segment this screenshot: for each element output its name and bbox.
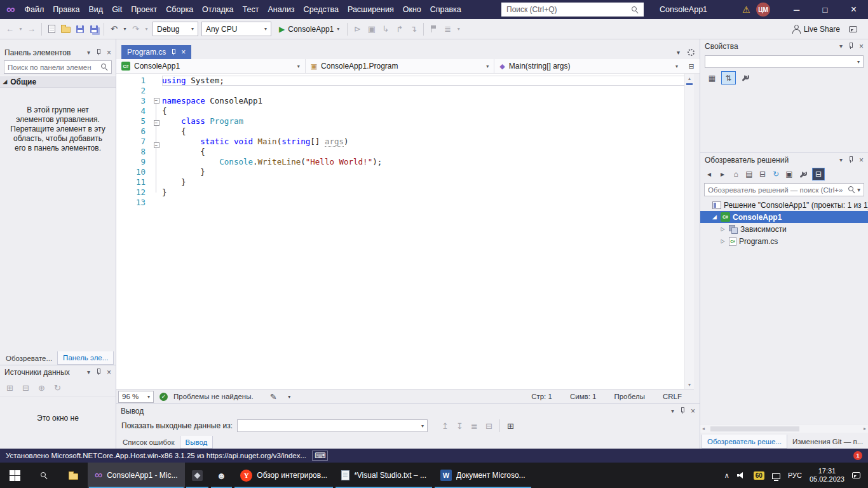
code-line[interactable] xyxy=(162,198,694,208)
taskbar-app-word[interactable]: WДокумент Microso... xyxy=(433,463,532,488)
step-over-icon[interactable]: ↱ xyxy=(393,22,406,37)
step-into-icon[interactable]: ↳ xyxy=(379,22,392,37)
code-editor[interactable]: 12345678910111213 −−− using System; name… xyxy=(116,74,694,389)
eol-status[interactable]: CRLF xyxy=(663,393,682,400)
health-check-icon[interactable]: ✓ xyxy=(159,393,168,401)
scroll-left-icon[interactable]: ◂ xyxy=(702,426,705,431)
save-all-icon[interactable] xyxy=(87,22,100,37)
property-pages-icon[interactable] xyxy=(738,71,752,85)
tab-git-changes[interactable]: Изменения Git — п... xyxy=(787,435,868,449)
back-icon[interactable]: ◂ xyxy=(703,168,715,180)
tab-output[interactable]: Вывод xyxy=(180,436,214,449)
pin-icon[interactable] xyxy=(848,156,854,163)
tab-solution-explorer[interactable]: Обозреватель реше... xyxy=(702,435,787,449)
taskbar-clock[interactable]: 17:31 05.02.2023 xyxy=(810,467,844,484)
code-line[interactable]: { xyxy=(162,126,694,137)
close-icon[interactable]: × xyxy=(859,42,864,51)
document-list-icon[interactable]: ▾ xyxy=(677,49,680,56)
close-icon[interactable]: × xyxy=(691,407,695,416)
indent-icon[interactable]: ≣ xyxy=(441,22,454,37)
more-tools-icon[interactable]: ▾ xyxy=(455,22,462,37)
menu-item[interactable]: Тест xyxy=(238,0,264,19)
step-out-icon[interactable]: ↴ xyxy=(407,22,420,37)
code-line[interactable]: { xyxy=(162,106,694,116)
taskbar-search-button[interactable] xyxy=(29,463,58,488)
language-indicator[interactable]: РУС xyxy=(788,471,802,479)
menu-item[interactable]: Сборка xyxy=(161,0,198,19)
menu-item[interactable]: Справка xyxy=(426,0,466,19)
menu-item[interactable]: Анализ xyxy=(263,0,299,19)
chevron-down-icon[interactable]: ▾ xyxy=(857,186,860,193)
collapse-all-icon[interactable]: ⊟ xyxy=(756,168,769,180)
code-line[interactable] xyxy=(162,86,694,96)
collapse-icon[interactable]: − xyxy=(154,142,159,148)
spaces-status[interactable]: Пробелы xyxy=(614,393,645,400)
window-menu-icon[interactable]: ▾ xyxy=(839,156,843,163)
keyboard-icon[interactable]: ⌨ xyxy=(312,451,328,461)
warning-icon[interactable]: ⚠ xyxy=(742,0,750,19)
window-menu-icon[interactable]: ▾ xyxy=(87,49,90,56)
maximize-button[interactable]: □ xyxy=(811,0,839,19)
preview-selected-items-icon[interactable]: ⊟ xyxy=(812,168,825,180)
configure-data-source-icon[interactable]: ⊕ xyxy=(35,380,48,395)
alphabetical-icon[interactable]: ⇅ xyxy=(721,71,736,85)
tab-solution-explorer-left[interactable]: Обозревате... xyxy=(1,351,57,365)
taskbar-app-game-1[interactable] xyxy=(185,463,210,488)
tree-item[interactable]: Решение "ConsoleApp1" (проекты: 1 из 1) xyxy=(700,199,868,211)
fold-toggle-icon[interactable]: − xyxy=(151,120,162,130)
menu-item[interactable]: Расширения xyxy=(343,0,398,19)
split-editor-button[interactable]: ⊟ xyxy=(683,59,700,73)
quick-search-input[interactable]: Поиск (Ctrl+Q) xyxy=(501,3,644,17)
file-explorer-button[interactable] xyxy=(58,463,88,488)
pin-icon[interactable] xyxy=(95,369,102,376)
platform-dropdown[interactable]: Any CPU ▾ xyxy=(201,22,271,36)
save-icon[interactable] xyxy=(73,22,86,37)
tree-expander-icon[interactable]: ▷ xyxy=(719,226,726,232)
battery-indicator[interactable]: 60 xyxy=(754,471,764,480)
show-hidden-icons[interactable]: ∧ xyxy=(724,471,729,480)
type-dropdown[interactable]: ▣ ConsoleApp1.Program ▾ xyxy=(306,59,495,73)
navigate-back-dropdown-icon[interactable]: ▾ xyxy=(17,22,24,37)
pin-icon[interactable] xyxy=(170,49,177,56)
navigate-back-icon[interactable]: ← xyxy=(3,22,17,37)
code-line[interactable]: static void Main(string[] args) xyxy=(162,137,694,147)
toolbox-search-input[interactable]: Поиск по панели элемен xyxy=(4,60,112,74)
scroll-down-icon[interactable]: ▾ xyxy=(688,380,691,389)
taskbar-app-game-2[interactable]: ☻ xyxy=(210,463,234,488)
tree-item[interactable]: ▷C#Program.cs xyxy=(700,235,868,247)
home-icon[interactable]: ⌂ xyxy=(729,168,742,180)
document-tab-program-cs[interactable]: Program.cs × xyxy=(121,45,191,59)
close-button[interactable]: × xyxy=(839,0,868,19)
show-all-files-icon[interactable]: ▣ xyxy=(783,168,796,180)
code-line[interactable]: } xyxy=(162,167,694,177)
start-debugging-button[interactable]: ▶ ConsoleApp1 ▾ xyxy=(275,22,344,37)
window-menu-icon[interactable]: ▾ xyxy=(671,407,674,414)
member-dropdown[interactable]: ◆ Main(string[] args) ▾ xyxy=(494,59,683,73)
undo-icon[interactable]: ↶ xyxy=(107,22,121,37)
code-line[interactable]: Console.WriteLine("Hello World!"); xyxy=(162,157,694,167)
code-line[interactable]: { xyxy=(162,147,694,157)
taskbar-app-visual-studio[interactable]: ∞ConsoleApp1 - Mic... xyxy=(88,463,185,488)
scroll-right-icon[interactable]: ▸ xyxy=(864,426,866,431)
navigate-forward-icon[interactable]: → xyxy=(25,22,38,37)
tree-expander-icon[interactable]: ▷ xyxy=(719,238,726,244)
minimize-button[interactable]: ─ xyxy=(782,0,811,19)
properties-shortcut-icon[interactable] xyxy=(796,168,809,180)
bookmark-icon[interactable] xyxy=(427,22,440,37)
user-avatar[interactable]: ЦМ xyxy=(756,3,770,17)
output-source-dropdown[interactable]: ▾ xyxy=(237,419,428,432)
pin-icon[interactable] xyxy=(95,49,102,56)
edit-mode-icon[interactable]: ✎ xyxy=(267,389,280,404)
solution-search-input[interactable]: Обозреватель решений — поиск (Ctrl+» ▾ xyxy=(704,183,864,196)
tree-item[interactable]: ◢C#ConsoleApp1 xyxy=(700,211,868,223)
fold-toggle-icon[interactable]: − xyxy=(151,98,162,108)
edit-data-source-icon[interactable]: ⊟ xyxy=(19,380,32,395)
collapse-icon[interactable]: − xyxy=(154,98,159,104)
zoom-dropdown[interactable]: 96 % ▾ xyxy=(118,391,154,403)
forward-icon[interactable]: ▸ xyxy=(716,168,729,180)
menu-item[interactable]: Средства xyxy=(299,0,343,19)
gear-icon[interactable] xyxy=(688,49,695,56)
volume-icon[interactable] xyxy=(737,471,746,479)
menu-item[interactable]: Отладка xyxy=(198,0,238,19)
code-line[interactable]: } xyxy=(162,177,694,187)
